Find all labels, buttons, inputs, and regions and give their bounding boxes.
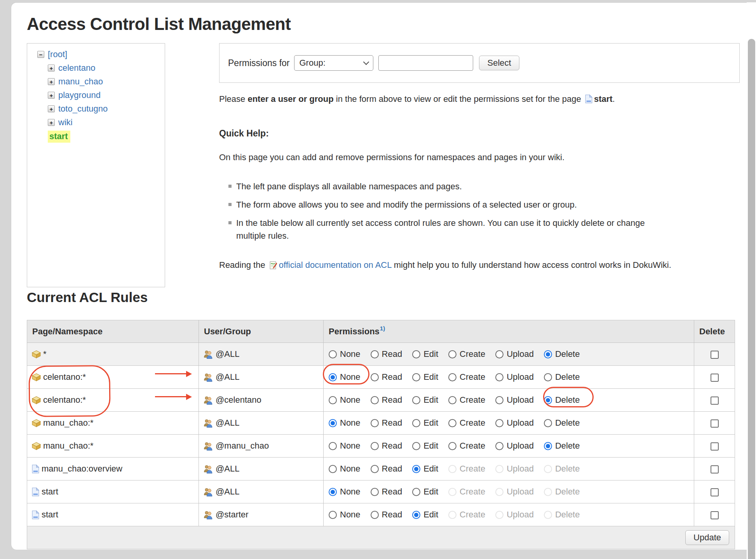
permission-option-label: None xyxy=(340,418,361,428)
group-icon xyxy=(203,395,213,405)
permission-radio-create[interactable] xyxy=(448,488,456,496)
permission-radio-none[interactable] xyxy=(329,419,337,427)
permission-radio-edit[interactable] xyxy=(412,350,420,358)
user-group-name-input[interactable] xyxy=(378,55,473,71)
permission-radio-delete[interactable] xyxy=(544,350,552,358)
delete-rule-checkbox[interactable] xyxy=(711,397,719,405)
permission-radio-upload[interactable] xyxy=(495,442,503,450)
tree-link[interactable]: toto_cutugno xyxy=(58,103,108,114)
delete-rule-checkbox[interactable] xyxy=(711,442,719,451)
permission-radio-none[interactable] xyxy=(329,488,337,496)
permission-radio-read[interactable] xyxy=(371,488,379,496)
permission-radio-read[interactable] xyxy=(371,419,379,427)
permission-option: None xyxy=(329,464,361,474)
permission-radio-edit[interactable] xyxy=(412,488,420,496)
scrollbar[interactable] xyxy=(747,2,756,559)
permission-radio-none[interactable] xyxy=(329,350,337,358)
expand-plus-icon[interactable]: + xyxy=(48,65,55,72)
acl-table-row: * @ALL None Read Edit Create Upload Dele… xyxy=(27,343,735,366)
permission-radio-create[interactable] xyxy=(448,419,456,427)
permission-option: None xyxy=(329,349,361,359)
permission-radio-read[interactable] xyxy=(371,350,379,358)
expand-plus-icon[interactable]: + xyxy=(48,78,55,85)
permission-radio-upload[interactable] xyxy=(495,419,503,427)
tree-link[interactable]: playground xyxy=(58,90,101,101)
col-header-user-group: User/Group xyxy=(199,320,324,343)
permission-radio-upload[interactable] xyxy=(495,511,503,519)
permission-radio-upload[interactable] xyxy=(495,373,503,381)
user-group-type-select[interactable]: Group: xyxy=(294,55,373,71)
permission-radio-edit[interactable] xyxy=(412,396,420,404)
permission-radio-none[interactable] xyxy=(329,511,337,519)
permission-radio-delete[interactable] xyxy=(544,465,552,473)
permission-radio-delete[interactable] xyxy=(544,373,552,381)
namespace-icon xyxy=(32,442,41,450)
permission-radio-edit[interactable] xyxy=(412,511,420,519)
permission-radio-create[interactable] xyxy=(448,465,456,473)
tree-link[interactable]: manu_chao xyxy=(58,76,103,87)
tree-link[interactable]: celentano xyxy=(58,63,95,73)
tree-link-root[interactable]: [root] xyxy=(48,49,67,60)
current-page-highlight[interactable]: start xyxy=(48,131,70,143)
permission-radio-read[interactable] xyxy=(371,373,379,381)
delete-rule-checkbox[interactable] xyxy=(711,374,719,382)
user-group-label: @ALL xyxy=(216,349,239,359)
permission-radio-read[interactable] xyxy=(371,396,379,404)
user-group-label: @ALL xyxy=(216,372,239,382)
acl-table-row: celentano:* @ALL None Read Edit Create U… xyxy=(27,366,735,389)
permission-option-label: Edit xyxy=(423,372,438,382)
permission-radio-none[interactable] xyxy=(329,465,337,473)
permission-radio-delete[interactable] xyxy=(544,396,552,404)
permission-option-label: Edit xyxy=(423,441,438,451)
tree-item-root: − [root] xyxy=(37,49,165,60)
delete-rule-checkbox[interactable] xyxy=(711,488,719,496)
permission-option-label: Delete xyxy=(555,510,580,520)
acl-table-row: celentano:* @celentano None Read Edit Cr… xyxy=(27,389,735,412)
permission-radio-create[interactable] xyxy=(448,350,456,358)
select-button[interactable]: Select xyxy=(479,56,519,70)
permission-radio-delete[interactable] xyxy=(544,419,552,427)
permission-radio-read[interactable] xyxy=(371,465,379,473)
permission-option: Read xyxy=(371,441,402,451)
permission-radio-create[interactable] xyxy=(448,511,456,519)
delete-rule-checkbox[interactable] xyxy=(711,419,719,428)
page-namespace-label: manu_chao:overview xyxy=(42,464,122,474)
permission-radio-edit[interactable] xyxy=(412,419,420,427)
permission-radio-delete[interactable] xyxy=(544,488,552,496)
permission-radio-edit[interactable] xyxy=(412,442,420,450)
update-button[interactable]: Update xyxy=(685,530,729,545)
scrollbar-thumb[interactable] xyxy=(748,39,755,559)
permission-radio-create[interactable] xyxy=(448,373,456,381)
expand-plus-icon[interactable]: + xyxy=(48,92,55,99)
table-header-row: Page/Namespace User/Group Permissions1) … xyxy=(27,320,735,343)
permission-radio-upload[interactable] xyxy=(495,396,503,404)
permission-option: None xyxy=(329,418,361,428)
delete-rule-checkbox[interactable] xyxy=(711,465,719,473)
permissions-for-label: Permissions for xyxy=(228,58,289,68)
permission-option-label: Upload xyxy=(507,418,534,428)
permission-option-label: Upload xyxy=(507,372,534,382)
permission-option-label: Create xyxy=(460,418,485,428)
permission-radio-create[interactable] xyxy=(448,442,456,450)
permission-radio-upload[interactable] xyxy=(495,488,503,496)
permission-radio-none[interactable] xyxy=(329,396,337,404)
delete-rule-checkbox[interactable] xyxy=(711,511,719,519)
acl-documentation-link[interactable]: official documentation on ACL xyxy=(279,260,392,270)
permission-radio-edit[interactable] xyxy=(412,373,420,381)
permission-option-label: Delete xyxy=(555,372,580,382)
permission-radio-none[interactable] xyxy=(329,373,337,381)
collapse-minus-icon[interactable]: − xyxy=(37,51,44,58)
permission-radio-read[interactable] xyxy=(371,442,379,450)
permission-radio-delete[interactable] xyxy=(544,442,552,450)
tree-link[interactable]: wiki xyxy=(58,117,73,128)
permission-radio-delete[interactable] xyxy=(544,511,552,519)
expand-plus-icon[interactable]: + xyxy=(48,105,55,112)
expand-plus-icon[interactable]: + xyxy=(48,119,55,126)
permission-radio-upload[interactable] xyxy=(495,350,503,358)
permission-radio-read[interactable] xyxy=(371,511,379,519)
permission-radio-create[interactable] xyxy=(448,396,456,404)
delete-rule-checkbox[interactable] xyxy=(711,351,719,359)
permission-radio-upload[interactable] xyxy=(495,465,503,473)
permission-radio-edit[interactable] xyxy=(412,465,420,473)
permission-radio-none[interactable] xyxy=(329,442,337,450)
